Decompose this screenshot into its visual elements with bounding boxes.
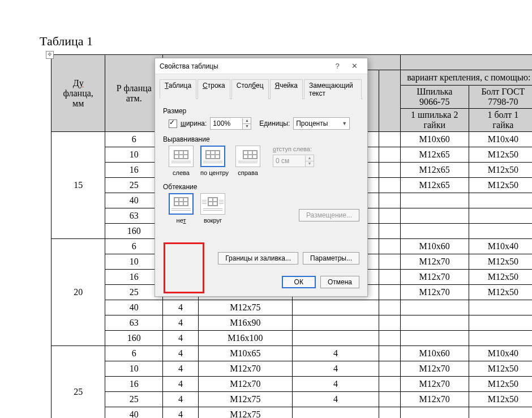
spin-up-icon: ▲: [306, 156, 314, 161]
spin-up-icon[interactable]: ▲: [243, 118, 251, 124]
dialog-tabs: Таблица Строка Столбец Ячейка Замещающий…: [160, 79, 363, 99]
spin-down-icon[interactable]: ▼: [243, 124, 251, 129]
col-header-bolt: Болт ГОСТ7798-70: [469, 86, 532, 109]
units-value: Проценты: [296, 120, 328, 127]
width-spinner[interactable]: ▲▼: [210, 117, 251, 130]
units-label: Единицы:: [259, 120, 290, 127]
help-button[interactable]: ?: [329, 62, 346, 70]
table-row: 2564М10х654М10х60М10х40: [52, 346, 533, 361]
ok-button[interactable]: ОК: [282, 276, 316, 288]
table-row: 164М12х704М12х70М12х50: [52, 377, 533, 392]
table-move-handle[interactable]: ✥: [46, 51, 54, 59]
wrap-none-label: нет: [177, 217, 186, 224]
wrap-none[interactable]: нет: [169, 193, 194, 224]
table-row: 254М12х754М12х70М12х50: [52, 392, 533, 407]
dialog-titlebar[interactable]: Свойства таблицы ? ✕: [155, 58, 367, 74]
table-row: 404М12х75: [52, 407, 533, 419]
spin-down-icon: ▼: [306, 161, 314, 167]
table-row: 1604М16х100: [52, 331, 533, 346]
borders-button[interactable]: Границы и заливка...: [218, 252, 298, 265]
table-row: 634М16х90: [52, 315, 533, 331]
placement-button: Размещение...: [299, 209, 359, 221]
indent-label: отступ слева:: [273, 146, 314, 152]
col-header-du: Дуфланца,мм: [52, 55, 105, 132]
align-left-label: слева: [173, 169, 190, 176]
tab-table[interactable]: Таблица: [160, 79, 196, 99]
table-row: 404М12х75: [52, 300, 533, 315]
col-header-variant: вариант крепления, с помощью:: [400, 70, 532, 86]
align-right[interactable]: справа: [235, 146, 260, 176]
wrap-around[interactable]: вокруг: [200, 193, 225, 224]
col-header-bolt2: 1 болт 1гайка: [469, 109, 532, 132]
align-right-label: справа: [238, 169, 258, 176]
close-button[interactable]: ✕: [346, 62, 363, 70]
dialog-title: Свойства таблицы: [160, 62, 329, 70]
col-header-gost2: [400, 55, 532, 70]
align-center-label: по центру: [200, 169, 229, 176]
align-left[interactable]: слева: [169, 146, 194, 176]
col-header-shpilka2: 1 шпилька 2гайки: [400, 109, 469, 132]
indent-input: [273, 156, 305, 166]
table-row: 104М12х704М12х70М12х50: [52, 361, 533, 377]
units-select[interactable]: Проценты ▼: [293, 117, 350, 130]
width-label: ширина:: [181, 120, 207, 127]
align-center[interactable]: по центру: [200, 146, 229, 176]
indent-spinner: ▲▼: [273, 155, 314, 167]
size-group-label: Размер: [163, 107, 359, 115]
tab-cell[interactable]: Ячейка: [270, 79, 303, 99]
wrap-around-label: вокруг: [204, 217, 222, 224]
col-header-shpilka: Шпилька9066-75: [400, 86, 469, 109]
cancel-button[interactable]: Отмена: [320, 276, 359, 288]
chevron-down-icon: ▼: [342, 121, 347, 126]
align-group-label: Выравнивание: [163, 135, 359, 143]
tab-column[interactable]: Столбец: [231, 79, 269, 99]
tab-alttext[interactable]: Замещающий текст: [304, 79, 362, 99]
tab-row[interactable]: Строка: [198, 79, 230, 99]
page-title: Таблица 1: [40, 34, 509, 49]
width-checkbox[interactable]: [169, 120, 177, 128]
width-input[interactable]: [211, 118, 242, 129]
wrap-group-label: Обтекание: [163, 183, 359, 191]
options-button[interactable]: Параметры...: [303, 252, 359, 265]
table-properties-dialog: Свойства таблицы ? ✕ Таблица Строка Стол…: [155, 58, 368, 297]
